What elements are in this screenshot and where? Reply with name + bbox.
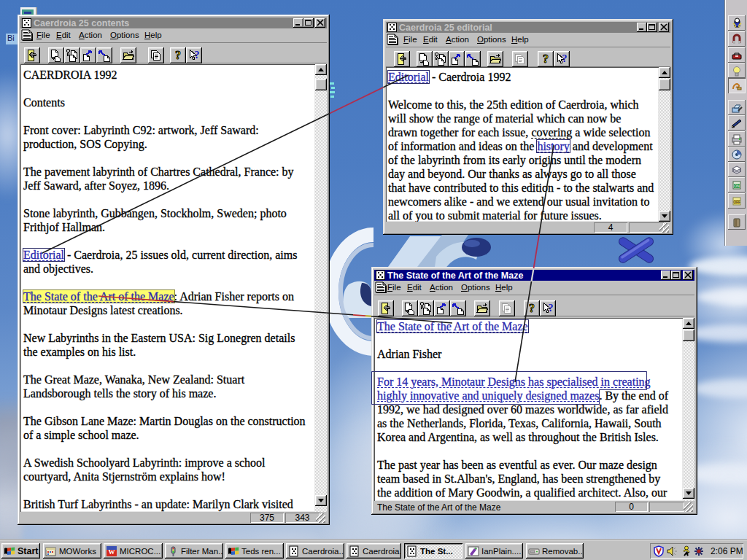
svg-text:OFF: OFF [733,200,740,204]
svg-text:?: ? [562,53,568,64]
svg-text:?: ? [529,302,535,314]
svg-text:?: ? [195,50,200,61]
svg-text:ON: ON [734,184,740,188]
svg-text:?: ? [175,49,181,61]
svg-text:W: W [109,548,115,556]
svg-text:?: ? [543,52,549,65]
svg-text:?: ? [549,303,554,314]
